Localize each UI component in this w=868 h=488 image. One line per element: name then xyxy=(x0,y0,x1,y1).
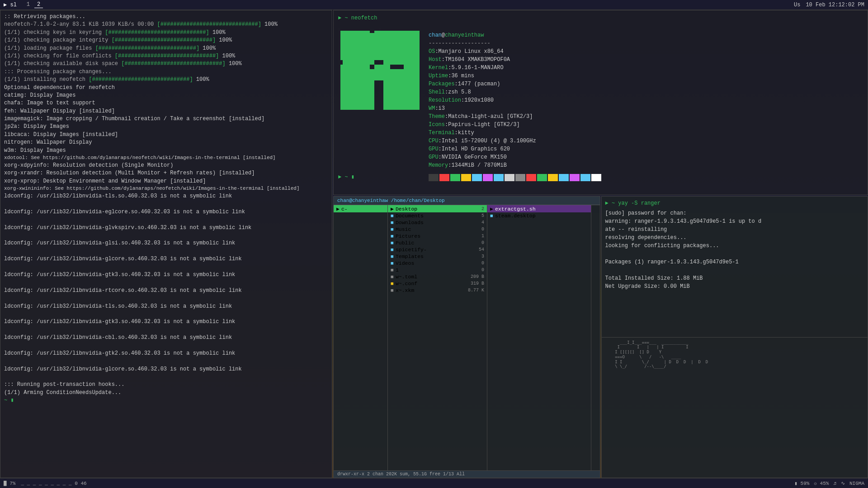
ranger-status: drwxr-xr-x 2 chan 202K sum, 55.1G free 1… xyxy=(334,470,600,478)
dir-icon: ■ xyxy=(391,226,394,232)
term-line xyxy=(4,357,328,365)
dir-icon: ■ xyxy=(391,267,394,273)
term-line xyxy=(4,373,328,381)
ranger-file-conf[interactable]: ■ w~.conf 319 B xyxy=(388,280,487,287)
term-line: ldconfig: /usr/lib32/libnvidia-gtk3.so.4… xyxy=(4,271,328,279)
ranger-dir-documents[interactable]: ■ Documents 5 xyxy=(388,212,487,219)
ranger-dir-pictures[interactable]: ■ Pictures 1 xyxy=(388,233,487,239)
drive-label: c- xyxy=(341,206,348,212)
statusbar: █ 7% _ _ _ _ _ _ _ _ _ 0 46 ▮ 59% ☼ 45% … xyxy=(0,478,868,488)
ranger-dir-videos[interactable]: ■ Videos 0 xyxy=(388,260,487,267)
ranger-col2[interactable]: ▶ Desktop 2 ■ Documents 5 ■ Downloads xyxy=(388,205,487,470)
term-line: ldconfig: /usr/lib32/libnvidia-rtcore.so… xyxy=(4,287,328,295)
ranger-file-xkm[interactable]: ■ x~.xkm 8.77 K xyxy=(388,287,487,294)
term-line xyxy=(4,200,328,208)
term-line: ldconfig: /usr/lib32/libnvidia-tls.so.46… xyxy=(4,192,328,200)
term-line xyxy=(4,263,328,271)
color-block-11 xyxy=(548,174,558,181)
ranger-col1[interactable]: ▶ c- xyxy=(334,205,388,470)
dir-count: 5 xyxy=(481,213,484,218)
color-block-8 xyxy=(515,174,525,181)
workspace-2[interactable]: 2 xyxy=(34,1,43,8)
term-line: Optional dependencies for neofetch xyxy=(4,84,328,92)
term-line: jp2a: Display Images xyxy=(4,123,328,131)
term-line: (1/1) checking keys in keyring [########… xyxy=(4,29,328,37)
term-line: (1/1) loading package files [###########… xyxy=(4,45,328,52)
term-line xyxy=(4,232,328,239)
ranger-dir-spicetify[interactable]: ■ spicetify- 54 xyxy=(388,246,487,253)
dir-icon: ■ xyxy=(391,213,394,219)
ranger-header: chan@chanyeinthaw /home/chan/Desktop xyxy=(334,197,600,205)
dir-icon: ▶ xyxy=(391,206,394,212)
term-line xyxy=(4,310,328,318)
terminal-prompt-line: ~ ▮ xyxy=(4,397,328,404)
color-block-15 xyxy=(591,174,601,181)
dir-name: Music xyxy=(396,226,411,232)
neofetch-colors xyxy=(429,174,863,181)
dir-count: 0 xyxy=(481,261,484,266)
term-line: feh: Wallpaper Display [installed] xyxy=(4,108,328,115)
terminal-content: :: Retrieving packages... neofetch-7.1.0… xyxy=(4,13,328,475)
neofetch-memory: Memory: 1344MiB / 7870MiB xyxy=(429,161,863,169)
ranger-panel[interactable]: chan@chanyeinthaw /home/chan/Desktop ▶ c… xyxy=(333,196,600,478)
ranger-file-steam[interactable]: ■ steam.desktop xyxy=(487,212,591,219)
topbar-datetime: 10 Feb 12:12:02 PM xyxy=(806,2,864,8)
statusbar-wifi-icon: ∿ xyxy=(841,480,845,486)
drive-icon: ▶ xyxy=(336,206,340,212)
term-line: ::: Running post-transaction hooks... xyxy=(4,381,328,389)
ranger-dir-downloads[interactable]: ■ Downloads 4 xyxy=(388,219,487,226)
term-line: ldconfig: /usr/lib32/libnvidia-gtk2.so.4… xyxy=(4,350,328,357)
ranger-drive-item[interactable]: ▶ c- xyxy=(334,205,387,212)
dir-name: Templates xyxy=(396,253,424,259)
ranger-file-toml[interactable]: ■ w~.toml 209 B xyxy=(388,273,487,280)
dir-icon: ■ xyxy=(391,247,394,253)
color-block-9 xyxy=(526,174,536,181)
workspace-switcher[interactable]: 1 2 xyxy=(24,1,43,8)
yay-line: warning: ranger-1.9.3.143.g5047d9e5-1 is… xyxy=(605,217,864,225)
yay-line: Packages (1) ranger-1.9.3.143.g5047d9e5-… xyxy=(605,258,864,266)
color-block-2 xyxy=(450,174,460,181)
dir-name: Desktop xyxy=(396,206,417,212)
neofetch-uptime: Uptime: 36 mins xyxy=(429,72,863,80)
ranger-file-extractgst[interactable]: ▶ extractgst.sh xyxy=(487,205,591,212)
term-line xyxy=(4,326,328,334)
neofetch-info: chan@chanyeinthaw ------------------- OS… xyxy=(424,31,863,190)
file-name: w~.conf xyxy=(396,281,417,286)
neofetch-packages: Packages: 1477 (pacman) xyxy=(429,80,863,88)
dir-count: 2 xyxy=(481,206,484,211)
topbar-right: Us 10 Feb 12:12:02 PM xyxy=(794,2,864,8)
dir-icon: ■ xyxy=(391,260,394,266)
dir-name: Documents xyxy=(396,213,424,219)
term-line: ::: Processing package changes... xyxy=(4,68,328,76)
term-line: xorg-xprop: Desktop Environment and Wind… xyxy=(4,178,328,185)
dir-name: Pictures xyxy=(396,233,420,239)
ranger-col3[interactable]: ▶ extractgst.sh ■ steam.desktop xyxy=(487,205,591,470)
term-line xyxy=(4,342,328,350)
term-line: ldconfig: /usr/lib32/libnvidia-glsi.so.4… xyxy=(4,239,328,247)
term-line: xdotool: See https://github.com/dylanara… xyxy=(4,155,328,162)
svg-rect-12 xyxy=(404,65,420,110)
term-line: ldconfig: /usr/lib32/libnvidia-eglcore.s… xyxy=(4,208,328,216)
term-line: xorg-xwinininfo: See https://github.com/… xyxy=(4,185,328,192)
ranger-dir-music[interactable]: ■ Music 0 xyxy=(388,226,487,233)
file-icon: ■ xyxy=(490,213,493,219)
ranger-dir-1[interactable]: ■ 1 0 xyxy=(388,267,487,273)
yay-line: Net Upgrade Size: 0.00 MiB xyxy=(605,282,864,291)
statusbar-right: ▮ 59% ☼ 45% ♬ ∿ NIGMA xyxy=(794,480,864,486)
ranger-dir-templates[interactable]: ■ Templates 3 xyxy=(388,253,487,260)
yay-panel[interactable]: ► ~ yay -S ranger [sudo] password for ch… xyxy=(601,196,868,478)
term-line: xorg-xrandr: Resolution detection (Multi… xyxy=(4,169,328,177)
ranger-dir-public[interactable]: ■ Public 0 xyxy=(388,239,487,246)
term-line: ldconfig: /usr/lib32/libnvidia-glvkspirv… xyxy=(4,224,328,232)
yay-prompt-line: ► ~ yay -S ranger xyxy=(605,199,864,207)
left-terminal[interactable]: :: Retrieving packages... neofetch-7.1.0… xyxy=(0,10,332,478)
neofetch-os: OS: Manjaro Linux x86_64 xyxy=(429,47,863,56)
file-name: steam.desktop xyxy=(495,213,536,219)
file-icon: ■ xyxy=(391,274,394,280)
ranger-user: chan@chanyeinthaw /home/chan/Desktop xyxy=(337,198,445,203)
file-icon: ■ xyxy=(391,281,394,286)
term-line: chafa: Image to text support xyxy=(4,99,328,107)
workspace-1[interactable]: 1 xyxy=(24,1,33,8)
neofetch-terminal: Terminal: kitty xyxy=(429,129,863,137)
ranger-dir-desktop[interactable]: ▶ Desktop 2 xyxy=(388,205,487,212)
